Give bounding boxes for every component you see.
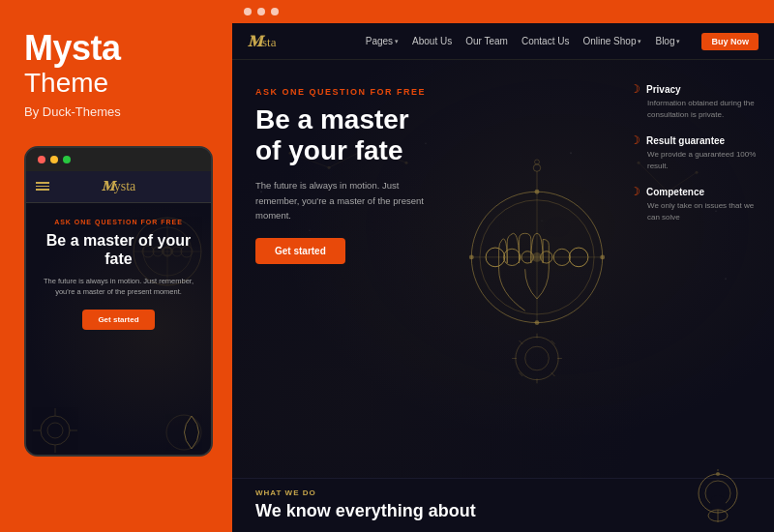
desktop-bottom-section: WHAT WE DO We know everything about: [232, 478, 774, 532]
what-we-do-title: We know everything about: [255, 501, 476, 522]
bottom-figure-svg: [692, 469, 745, 532]
svg-line-63: [520, 372, 523, 376]
browser-dot-red: [38, 156, 45, 163]
nav-item-contact[interactable]: Contact Us: [521, 36, 569, 46]
desktop-features: ☽ Privacy Information obtained during th…: [614, 60, 774, 478]
mobile-hero: ASK ONE QUESTION FOR FREE Be a master of…: [26, 203, 211, 455]
right-panel: 𝐌sta Pages ▾ About Us Our Team Contact U…: [232, 0, 774, 532]
desktop-hero: ASK ONE QUESTION FOR FREE Be a master of…: [232, 60, 774, 478]
svg-point-53: [535, 160, 540, 164]
feature-privacy-header: ☽ Privacy: [630, 83, 759, 95]
svg-point-49: [469, 254, 474, 259]
mobile-moon-crescent: [158, 406, 211, 457]
desktop-hero-text: The future is always in motion. Just rem…: [255, 178, 430, 222]
desktop-browser: 𝐌sta Pages ▾ About Us Our Team Contact U…: [232, 0, 774, 532]
svg-line-62: [551, 340, 555, 344]
desktop-hero-title: Be a master of your fate: [255, 104, 436, 166]
shop-chevron-icon: ▾: [638, 38, 641, 45]
desktop-browser-bar: [232, 0, 774, 23]
what-we-do-label: WHAT WE DO: [255, 488, 476, 497]
browser-dot-yellow: [50, 156, 58, 163]
mobile-preview: 𝐌ysta: [24, 146, 213, 457]
nav-item-team[interactable]: Our Team: [465, 36, 508, 46]
brand-by: By Duck-Themes: [24, 104, 208, 119]
pages-chevron-icon: ▾: [395, 38, 399, 45]
competence-moon-icon: ☽: [630, 186, 640, 197]
nav-items: Pages ▾ About Us Our Team Contact Us Onl…: [366, 33, 759, 50]
svg-line-60: [520, 340, 523, 344]
desktop-logo: 𝐌sta: [248, 33, 276, 50]
feature-result: ☽ Result guarantee We provide a guarante…: [630, 134, 759, 172]
feature-privacy-title: Privacy: [646, 84, 681, 95]
feature-privacy: ☽ Privacy Information obtained during th…: [630, 83, 759, 121]
desktop-dot-yellow: [257, 8, 265, 15]
left-panel: Mysta Theme By Duck-Themes 𝐌ysta: [0, 0, 232, 532]
buy-now-button[interactable]: Buy Now: [701, 33, 759, 50]
brand-name: Mysta Theme By Duck-Themes: [24, 29, 208, 146]
desktop-get-started-button[interactable]: Get started: [255, 238, 345, 264]
mobile-sun-decoration: [31, 406, 79, 455]
svg-point-10: [41, 416, 70, 445]
mobile-browser-bar: [26, 148, 211, 171]
svg-point-66: [710, 495, 726, 511]
feature-competence-title: Competence: [646, 187, 704, 197]
result-moon-icon: ☽: [630, 134, 640, 146]
brand-subtitle: Theme: [24, 68, 208, 99]
desktop-dot-green: [271, 8, 279, 15]
hero-center-decoration: [460, 60, 614, 478]
what-we-do-content: WHAT WE DO We know everything about: [255, 488, 476, 522]
svg-line-61: [551, 372, 555, 376]
mobile-logo: 𝐌ysta: [102, 179, 136, 194]
svg-point-50: [600, 254, 605, 259]
svg-point-11: [47, 423, 63, 438]
desktop-ask-label: ASK ONE QUESTION FOR FREE: [255, 87, 436, 97]
desktop-nav: 𝐌sta Pages ▾ About Us Our Team Contact U…: [232, 23, 774, 60]
feature-result-title: Result guarantee: [646, 135, 725, 146]
hamburger-icon[interactable]: [36, 182, 49, 191]
nav-item-blog[interactable]: Blog ▾: [655, 36, 680, 46]
feature-competence-header: ☽ Competence: [630, 186, 759, 197]
svg-point-52: [533, 164, 540, 171]
svg-point-48: [535, 320, 540, 325]
feature-result-text: We provide a guaranteed 100% result.: [647, 149, 759, 172]
mobile-astro-decoration: [129, 213, 206, 310]
hero-left-content: ASK ONE QUESTION FOR FREE Be a master of…: [232, 60, 460, 478]
feature-privacy-text: Information obtained during the consulta…: [647, 98, 759, 121]
nav-item-about[interactable]: About Us: [412, 36, 452, 46]
mobile-get-started-button[interactable]: Get started: [82, 310, 154, 330]
browser-dot-green: [63, 156, 71, 163]
privacy-moon-icon: ☽: [630, 83, 640, 95]
nav-item-shop[interactable]: Online Shop ▾: [582, 36, 641, 46]
blog-chevron-icon: ▾: [676, 38, 680, 45]
feature-result-header: ☽ Result guarantee: [630, 134, 759, 146]
feature-competence-text: We only take on issues that we can solve: [647, 200, 759, 223]
nav-item-pages[interactable]: Pages ▾: [366, 36, 399, 46]
mobile-nav: 𝐌ysta: [26, 171, 211, 203]
brand-title: Mysta: [24, 29, 208, 68]
desktop-dot-red: [244, 8, 252, 15]
mystical-circle-svg: [460, 60, 614, 478]
feature-competence: ☽ Competence We only take on issues that…: [630, 186, 759, 223]
svg-point-55: [525, 346, 550, 370]
